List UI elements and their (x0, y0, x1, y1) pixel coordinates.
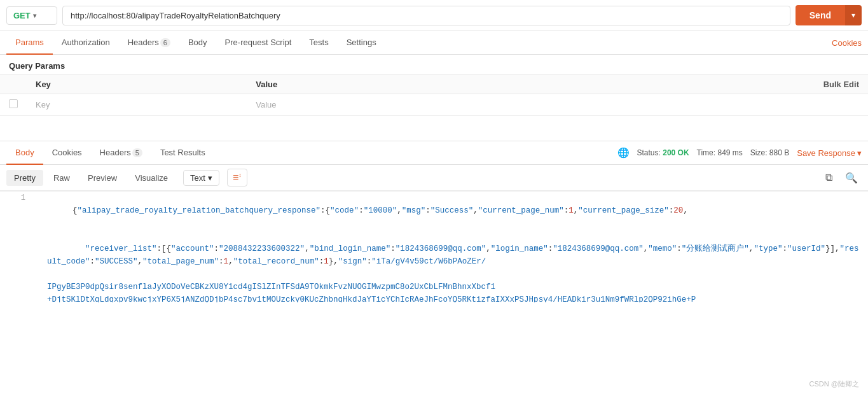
tab-tests[interactable]: Tests (300, 31, 337, 55)
send-button[interactable]: Send (796, 5, 845, 25)
col-key: Key (27, 75, 247, 94)
format-type-label: Text (190, 173, 205, 183)
table-row: Key Value (0, 94, 868, 116)
format-tab-raw[interactable]: Raw (46, 170, 78, 186)
col-value: Value (247, 75, 510, 94)
format-type-chevron-icon: ▾ (208, 173, 212, 183)
resp-headers-badge: 5 (132, 148, 142, 157)
tab-params[interactable]: Params (6, 31, 53, 55)
headers-badge: 6 (160, 38, 170, 47)
resp-tab-body[interactable]: Body (6, 141, 43, 165)
response-line-4: +DjtSKlDtXqLdgxpv9kwcjxYP6X5jANZdQDjbP4s… (0, 293, 868, 302)
time-label: Time: 849 ms (697, 148, 743, 157)
tab-prerequest[interactable]: Pre-request Script (216, 31, 301, 55)
line-number-4 (6, 293, 25, 302)
resp-tab-cookies[interactable]: Cookies (43, 141, 91, 165)
globe-icon: 🌐 (617, 147, 630, 158)
value-cell[interactable]: Value (247, 94, 510, 116)
size-value: 880 B (769, 148, 789, 157)
key-cell[interactable]: Key (27, 94, 247, 116)
search-icon[interactable]: 🔍 (841, 170, 862, 186)
save-response-button[interactable]: Save Response ▾ (797, 148, 862, 158)
format-tab-visualize[interactable]: Visualize (127, 170, 176, 186)
tab-settings[interactable]: Settings (338, 31, 385, 55)
format-tab-pretty[interactable]: Pretty (6, 170, 43, 186)
method-chevron-icon: ▾ (33, 12, 36, 19)
tab-authorization[interactable]: Authorization (53, 31, 119, 55)
url-bar: GET ▾ Send ▾ (0, 0, 868, 31)
url-input[interactable] (62, 6, 790, 25)
line-content: {"alipay_trade_royalty_relation_batchque… (34, 192, 862, 230)
tab-body[interactable]: Body (179, 31, 216, 55)
format-tab-preview[interactable]: Preview (80, 170, 125, 186)
response-body[interactable]: 1 {"alipay_trade_royalty_relation_batchq… (0, 191, 868, 302)
col-checkbox (0, 75, 27, 94)
cookies-link[interactable]: Cookies (832, 38, 862, 48)
time-value: 849 ms (717, 148, 742, 157)
status-label: Status: 200 OK (637, 148, 689, 157)
response-line-1: 1 {"alipay_trade_royalty_relation_batchq… (0, 192, 868, 230)
line-content-2: "receiver_list":[{"account":"20884322336… (34, 230, 862, 281)
size-label: Size: 880 B (750, 148, 789, 157)
row-checkbox[interactable] (9, 99, 18, 108)
line-content-3: IPgyBE3P0dpQsir8senflaJyXODoVeCBKzXU8Y1c… (34, 281, 862, 293)
line-number-2 (6, 230, 25, 281)
tab-headers[interactable]: Headers6 (119, 31, 179, 55)
col-bulk-edit[interactable]: Bulk Edit (510, 75, 868, 94)
response-line-3: IPgyBE3P0dpQsir8senflaJyXODoVeCBKzXU8Y1c… (0, 281, 868, 293)
line-content-4: +DjtSKlDtXqLdgxpv9kwcjxYP6X5jANZdQDjbP4s… (34, 293, 862, 302)
save-response-chevron-icon: ▾ (857, 148, 862, 158)
copy-icon[interactable]: ⧉ (822, 170, 836, 185)
send-dropdown-button[interactable]: ▾ (845, 5, 862, 25)
request-response-spacer (0, 116, 868, 141)
format-bar: Pretty Raw Preview Visualize Text ▾ ≡↕ ⧉… (0, 165, 868, 191)
resp-tab-test-results[interactable]: Test Results (151, 141, 214, 165)
response-line-2: "receiver_list":[{"account":"20884322336… (0, 230, 868, 281)
resp-tab-headers[interactable]: Headers5 (91, 141, 151, 165)
send-btn-container: Send ▾ (796, 5, 862, 25)
method-label: GET (13, 11, 31, 20)
response-meta: 🌐 Status: 200 OK Time: 849 ms Size: 880 … (617, 147, 862, 158)
query-params-title: Query Params (0, 55, 868, 74)
word-wrap-button[interactable]: ≡↕ (227, 169, 247, 186)
response-tabs-row: Body Cookies Headers5 Test Results 🌐 Sta… (0, 141, 868, 165)
format-type-button[interactable]: Text ▾ (183, 170, 219, 186)
line-number-3 (6, 281, 25, 293)
format-right-icons: ⧉ 🔍 (822, 170, 862, 186)
method-select[interactable]: GET ▾ (6, 6, 57, 25)
request-tabs-row: Params Authorization Headers6 Body Pre-r… (0, 31, 868, 55)
status-value: 200 OK (663, 148, 689, 157)
line-number: 1 (6, 192, 25, 230)
bulk-edit-cell (510, 94, 868, 116)
params-table: Key Value Bulk Edit Key Value (0, 74, 868, 116)
